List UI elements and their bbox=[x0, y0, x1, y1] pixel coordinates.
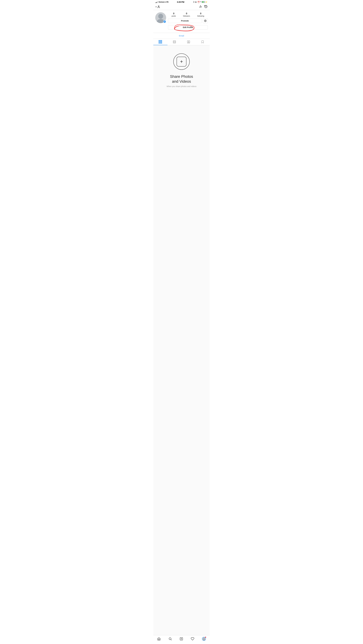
activity-nav-button[interactable] bbox=[189, 636, 196, 641]
add-icon bbox=[180, 637, 183, 640]
stats-row: 0 posts 0 followers 0 following bbox=[168, 12, 208, 17]
email-section: Email bbox=[153, 33, 210, 39]
signal-bar-3 bbox=[157, 2, 157, 3]
battery-icon bbox=[202, 1, 205, 3]
person-icon bbox=[157, 5, 160, 8]
posts-count: 0 bbox=[173, 12, 174, 15]
profile-top: + 0 posts 0 followers 0 following bbox=[155, 12, 208, 30]
followers-count: 0 bbox=[186, 12, 187, 15]
svg-point-18 bbox=[203, 639, 205, 640]
svg-point-12 bbox=[169, 638, 171, 640]
tagged-icon bbox=[187, 40, 190, 44]
profile-section: + 0 posts 0 followers 0 following bbox=[153, 10, 210, 31]
grid-icon bbox=[159, 40, 162, 44]
home-icon bbox=[157, 637, 161, 640]
empty-state: + Share Photos and Videos When you share… bbox=[153, 45, 210, 635]
avatar-container: + bbox=[155, 12, 166, 23]
status-bar: Verizon LTE 3:29 PM ☽ ➤ ⏰ * ⚡ bbox=[153, 0, 210, 4]
empty-state-title: Share Photos and Videos bbox=[170, 74, 193, 84]
search-nav-button[interactable] bbox=[167, 636, 174, 641]
plus-icon: + bbox=[156, 6, 157, 8]
settings-button[interactable] bbox=[203, 18, 208, 23]
tab-grid[interactable] bbox=[153, 39, 167, 45]
add-post-icon: + bbox=[180, 59, 183, 64]
stats-button[interactable] bbox=[199, 5, 202, 9]
following-stat[interactable]: 0 following bbox=[197, 12, 204, 17]
svg-rect-10 bbox=[187, 41, 190, 43]
tab-saved[interactable] bbox=[196, 39, 210, 45]
nav-right bbox=[199, 5, 207, 9]
signal-bar-4 bbox=[158, 1, 158, 3]
list-view-icon bbox=[173, 40, 176, 44]
svg-point-17 bbox=[203, 638, 205, 639]
promote-button[interactable]: Promote bbox=[168, 19, 202, 23]
following-label: following bbox=[197, 15, 204, 17]
gear-icon bbox=[204, 20, 207, 22]
status-time: 3:29 PM bbox=[177, 1, 184, 3]
profile-nav-button[interactable] bbox=[200, 636, 207, 641]
edit-profile-row: Edit Profile bbox=[168, 25, 208, 30]
signal-bar-2 bbox=[156, 2, 157, 3]
add-friend-button[interactable]: + bbox=[156, 5, 160, 8]
network-label: LTE bbox=[165, 1, 169, 3]
status-left: Verizon LTE bbox=[156, 1, 169, 3]
posts-label: posts bbox=[172, 15, 176, 17]
svg-line-13 bbox=[171, 640, 172, 640]
posts-stat: 0 posts bbox=[172, 12, 176, 17]
top-nav: + bbox=[153, 4, 210, 10]
battery bbox=[202, 1, 205, 3]
status-right: ☽ ➤ ⏰ * ⚡ bbox=[193, 1, 207, 3]
content-tabs bbox=[153, 39, 210, 45]
bottom-nav bbox=[153, 635, 210, 644]
alarm-icon: ⏰ bbox=[197, 1, 200, 3]
add-avatar-icon: + bbox=[164, 21, 165, 22]
notification-dot bbox=[205, 637, 206, 638]
carrier-label: Verizon bbox=[159, 1, 165, 3]
stats-area: 0 posts 0 followers 0 following Promote bbox=[168, 12, 208, 30]
svg-point-0 bbox=[158, 6, 159, 7]
search-icon bbox=[168, 637, 172, 640]
svg-point-6 bbox=[205, 20, 206, 21]
history-icon bbox=[204, 5, 207, 8]
tab-list[interactable] bbox=[167, 39, 182, 45]
add-avatar-button[interactable]: + bbox=[163, 20, 166, 23]
battery-fill bbox=[202, 2, 204, 2]
bar-chart-icon bbox=[199, 5, 202, 8]
heart-icon bbox=[191, 637, 194, 640]
add-post-circle[interactable]: + bbox=[173, 54, 190, 70]
signal-bars bbox=[156, 1, 158, 3]
location-icon: ➤ bbox=[195, 1, 197, 3]
email-link[interactable]: Email bbox=[179, 34, 184, 37]
followers-stat[interactable]: 0 followers bbox=[183, 12, 190, 17]
add-nav-button[interactable] bbox=[178, 636, 185, 641]
charging-icon: ⚡ bbox=[205, 1, 207, 3]
svg-rect-7 bbox=[173, 41, 176, 43]
svg-point-11 bbox=[188, 41, 189, 42]
home-nav-button[interactable] bbox=[156, 636, 162, 641]
tab-tagged[interactable] bbox=[182, 39, 196, 45]
history-button[interactable] bbox=[204, 5, 207, 9]
signal-bar-1 bbox=[156, 2, 156, 3]
svg-point-4 bbox=[158, 14, 163, 19]
moon-icon: ☽ bbox=[193, 1, 194, 3]
following-count: 0 bbox=[200, 12, 201, 15]
edit-profile-button[interactable]: Edit Profile bbox=[168, 25, 208, 30]
buttons-row: Promote bbox=[168, 18, 208, 23]
followers-label: followers bbox=[183, 15, 190, 17]
bookmark-icon bbox=[201, 40, 204, 44]
add-post-inner: + bbox=[177, 57, 186, 66]
profile-nav-person-icon bbox=[202, 637, 206, 640]
empty-state-subtitle: When you share photos and videos bbox=[167, 85, 196, 88]
bluetooth-icon: * bbox=[200, 1, 201, 3]
